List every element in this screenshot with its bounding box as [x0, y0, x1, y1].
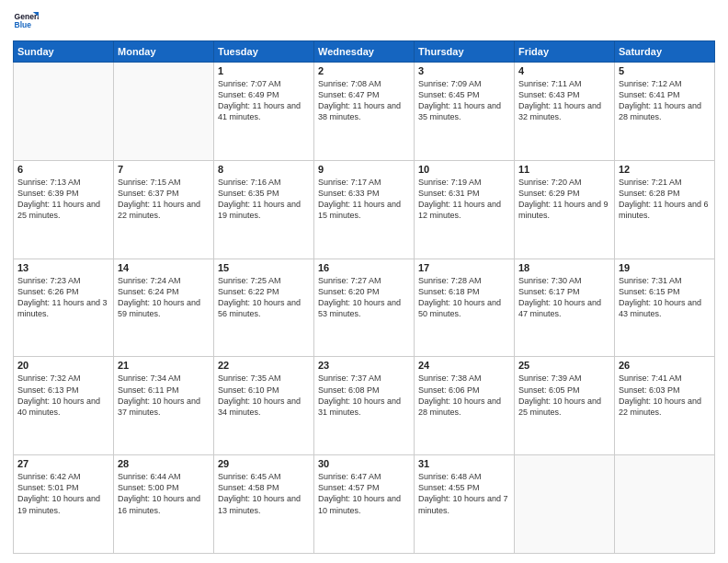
calendar-cell: 17Sunrise: 7:28 AM Sunset: 6:18 PM Dayli… — [415, 259, 515, 357]
day-number: 22 — [218, 360, 310, 371]
calendar-cell: 2Sunrise: 7:08 AM Sunset: 6:47 PM Daylig… — [314, 63, 415, 161]
calendar-cell: 21Sunrise: 7:34 AM Sunset: 6:11 PM Dayli… — [114, 357, 214, 455]
calendar-cell: 30Sunrise: 6:47 AM Sunset: 4:57 PM Dayli… — [314, 455, 415, 554]
day-info: Sunrise: 7:30 AM Sunset: 6:17 PM Dayligh… — [518, 275, 610, 320]
calendar-cell: 13Sunrise: 7:23 AM Sunset: 6:26 PM Dayli… — [14, 259, 114, 357]
day-number: 31 — [418, 458, 510, 469]
day-info: Sunrise: 6:44 AM Sunset: 5:00 PM Dayligh… — [118, 471, 210, 516]
week-row-2: 13Sunrise: 7:23 AM Sunset: 6:26 PM Dayli… — [14, 259, 715, 357]
weekday-header-friday: Friday — [515, 41, 615, 63]
week-row-4: 27Sunrise: 6:42 AM Sunset: 5:01 PM Dayli… — [14, 455, 715, 554]
calendar-cell: 23Sunrise: 7:37 AM Sunset: 6:08 PM Dayli… — [314, 357, 415, 455]
calendar-table: SundayMondayTuesdayWednesdayThursdayFrid… — [13, 40, 715, 554]
day-info: Sunrise: 7:07 AM Sunset: 6:49 PM Dayligh… — [218, 78, 310, 123]
day-info: Sunrise: 7:25 AM Sunset: 6:22 PM Dayligh… — [218, 275, 310, 320]
calendar-cell: 5Sunrise: 7:12 AM Sunset: 6:41 PM Daylig… — [615, 63, 715, 161]
day-number: 13 — [17, 262, 109, 273]
page: General Blue SundayMondayTuesdayWednesda… — [0, 0, 728, 563]
calendar-cell: 20Sunrise: 7:32 AM Sunset: 6:13 PM Dayli… — [14, 357, 114, 455]
calendar-cell: 6Sunrise: 7:13 AM Sunset: 6:39 PM Daylig… — [14, 160, 114, 259]
calendar-cell: 11Sunrise: 7:20 AM Sunset: 6:29 PM Dayli… — [515, 160, 615, 259]
day-number: 21 — [118, 360, 210, 371]
day-info: Sunrise: 7:39 AM Sunset: 6:05 PM Dayligh… — [518, 373, 610, 418]
calendar-cell: 26Sunrise: 7:41 AM Sunset: 6:03 PM Dayli… — [615, 357, 715, 455]
day-number: 17 — [418, 262, 510, 273]
day-info: Sunrise: 7:08 AM Sunset: 6:47 PM Dayligh… — [318, 78, 410, 123]
weekday-header-thursday: Thursday — [415, 41, 515, 63]
day-info: Sunrise: 7:09 AM Sunset: 6:45 PM Dayligh… — [418, 78, 510, 123]
day-info: Sunrise: 6:47 AM Sunset: 4:57 PM Dayligh… — [318, 471, 410, 516]
day-info: Sunrise: 7:27 AM Sunset: 6:20 PM Dayligh… — [318, 275, 410, 320]
day-number: 20 — [17, 360, 109, 371]
calendar-cell — [615, 455, 715, 554]
logo-icon: General Blue — [13, 9, 39, 35]
day-info: Sunrise: 7:12 AM Sunset: 6:41 PM Dayligh… — [619, 78, 711, 123]
calendar-cell: 16Sunrise: 7:27 AM Sunset: 6:20 PM Dayli… — [314, 259, 415, 357]
day-number: 27 — [17, 458, 109, 469]
day-number: 4 — [518, 65, 610, 76]
day-number: 16 — [318, 262, 410, 273]
day-number: 18 — [518, 262, 610, 273]
calendar-cell: 3Sunrise: 7:09 AM Sunset: 6:45 PM Daylig… — [415, 63, 515, 161]
day-info: Sunrise: 7:37 AM Sunset: 6:08 PM Dayligh… — [318, 373, 410, 418]
calendar-cell: 28Sunrise: 6:44 AM Sunset: 5:00 PM Dayli… — [114, 455, 214, 554]
header: General Blue — [13, 9, 715, 35]
day-number: 23 — [318, 360, 410, 371]
day-number: 28 — [118, 458, 210, 469]
weekday-header-row: SundayMondayTuesdayWednesdayThursdayFrid… — [14, 41, 715, 63]
day-number: 12 — [619, 164, 711, 175]
day-info: Sunrise: 7:41 AM Sunset: 6:03 PM Dayligh… — [619, 373, 711, 418]
calendar-cell: 29Sunrise: 6:45 AM Sunset: 4:58 PM Dayli… — [214, 455, 314, 554]
day-info: Sunrise: 7:35 AM Sunset: 6:10 PM Dayligh… — [218, 373, 310, 418]
weekday-header-saturday: Saturday — [615, 41, 715, 63]
day-info: Sunrise: 7:17 AM Sunset: 6:33 PM Dayligh… — [318, 177, 410, 222]
calendar-cell: 8Sunrise: 7:16 AM Sunset: 6:35 PM Daylig… — [214, 160, 314, 259]
day-number: 5 — [619, 65, 711, 76]
day-number: 15 — [218, 262, 310, 273]
day-number: 26 — [619, 360, 711, 371]
calendar-cell — [114, 63, 214, 161]
calendar-cell: 19Sunrise: 7:31 AM Sunset: 6:15 PM Dayli… — [615, 259, 715, 357]
week-row-0: 1Sunrise: 7:07 AM Sunset: 6:49 PM Daylig… — [14, 63, 715, 161]
day-info: Sunrise: 7:20 AM Sunset: 6:29 PM Dayligh… — [518, 177, 610, 222]
day-info: Sunrise: 6:45 AM Sunset: 4:58 PM Dayligh… — [218, 471, 310, 516]
day-number: 14 — [118, 262, 210, 273]
day-info: Sunrise: 7:16 AM Sunset: 6:35 PM Dayligh… — [218, 177, 310, 222]
day-info: Sunrise: 7:21 AM Sunset: 6:28 PM Dayligh… — [619, 177, 711, 222]
day-number: 29 — [218, 458, 310, 469]
day-info: Sunrise: 7:13 AM Sunset: 6:39 PM Dayligh… — [17, 177, 109, 222]
day-info: Sunrise: 7:24 AM Sunset: 6:24 PM Dayligh… — [118, 275, 210, 320]
week-row-1: 6Sunrise: 7:13 AM Sunset: 6:39 PM Daylig… — [14, 160, 715, 259]
calendar-cell: 4Sunrise: 7:11 AM Sunset: 6:43 PM Daylig… — [515, 63, 615, 161]
day-number: 11 — [518, 164, 610, 175]
day-number: 3 — [418, 65, 510, 76]
day-info: Sunrise: 7:11 AM Sunset: 6:43 PM Dayligh… — [518, 78, 610, 123]
weekday-header-sunday: Sunday — [14, 41, 114, 63]
day-info: Sunrise: 6:42 AM Sunset: 5:01 PM Dayligh… — [17, 471, 109, 516]
day-info: Sunrise: 7:28 AM Sunset: 6:18 PM Dayligh… — [418, 275, 510, 320]
day-number: 8 — [218, 164, 310, 175]
day-number: 6 — [17, 164, 109, 175]
weekday-header-wednesday: Wednesday — [314, 41, 415, 63]
day-number: 24 — [418, 360, 510, 371]
calendar-cell: 25Sunrise: 7:39 AM Sunset: 6:05 PM Dayli… — [515, 357, 615, 455]
calendar-cell: 9Sunrise: 7:17 AM Sunset: 6:33 PM Daylig… — [314, 160, 415, 259]
day-info: Sunrise: 6:48 AM Sunset: 4:55 PM Dayligh… — [418, 471, 510, 516]
day-number: 9 — [318, 164, 410, 175]
calendar-cell: 18Sunrise: 7:30 AM Sunset: 6:17 PM Dayli… — [515, 259, 615, 357]
calendar-cell: 15Sunrise: 7:25 AM Sunset: 6:22 PM Dayli… — [214, 259, 314, 357]
day-number: 2 — [318, 65, 410, 76]
calendar-cell: 27Sunrise: 6:42 AM Sunset: 5:01 PM Dayli… — [14, 455, 114, 554]
calendar-cell — [14, 63, 114, 161]
day-info: Sunrise: 7:31 AM Sunset: 6:15 PM Dayligh… — [619, 275, 711, 320]
logo: General Blue — [13, 9, 39, 35]
calendar-cell: 31Sunrise: 6:48 AM Sunset: 4:55 PM Dayli… — [415, 455, 515, 554]
weekday-header-monday: Monday — [114, 41, 214, 63]
day-info: Sunrise: 7:23 AM Sunset: 6:26 PM Dayligh… — [17, 275, 109, 320]
day-info: Sunrise: 7:34 AM Sunset: 6:11 PM Dayligh… — [118, 373, 210, 418]
calendar-cell: 12Sunrise: 7:21 AM Sunset: 6:28 PM Dayli… — [615, 160, 715, 259]
day-number: 30 — [318, 458, 410, 469]
calendar-cell: 1Sunrise: 7:07 AM Sunset: 6:49 PM Daylig… — [214, 63, 314, 161]
day-number: 19 — [619, 262, 711, 273]
day-number: 1 — [218, 65, 310, 76]
